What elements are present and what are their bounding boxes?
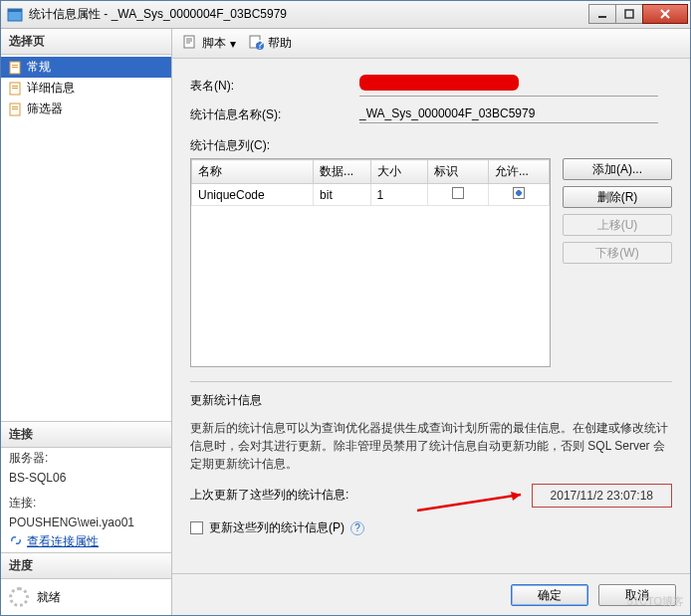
help-hint-icon[interactable]: ? <box>350 521 364 535</box>
svg-rect-3 <box>625 10 633 18</box>
view-connection-props[interactable]: 查看连接属性 <box>1 531 171 552</box>
window-title: 统计信息属性 - _WA_Sys_0000004F_03BC5979 <box>29 6 589 23</box>
add-button[interactable]: 添加(A)... <box>563 158 672 180</box>
svg-line-19 <box>417 495 521 511</box>
sidebar-item-label: 筛选器 <box>27 101 63 117</box>
col-dtype[interactable]: 数据... <box>314 160 370 184</box>
close-button[interactable] <box>642 4 688 24</box>
help-button[interactable]: ? 帮助 <box>248 34 292 53</box>
ok-button[interactable]: 确定 <box>511 584 588 606</box>
connection-header: 连接 <box>1 422 171 448</box>
sidebar-item-label: 常规 <box>27 59 51 76</box>
sidebar-item-general[interactable]: 常规 <box>1 57 171 78</box>
toolbar: 脚本 ▾ ? 帮助 <box>172 29 690 59</box>
server-label: 服务器: <box>1 448 171 469</box>
progress-status: 就绪 <box>37 589 61 606</box>
connection-value: POUSHENG\wei.yao01 <box>1 513 171 531</box>
grid-buttons: 添加(A)... 删除(R) 上移(U) 下移(W) <box>563 158 672 264</box>
svg-rect-13 <box>12 106 18 107</box>
table-row[interactable]: UniqueCode bit 1 <box>192 184 550 206</box>
columns-label: 统计信息列(C): <box>190 137 359 154</box>
nav-list: 常规 详细信息 筛选器 <box>1 55 171 121</box>
update-checkbox-label: 更新这些列的统计信息(P) <box>209 519 345 536</box>
svg-rect-14 <box>12 108 18 109</box>
svg-text:?: ? <box>257 38 264 50</box>
page-icon <box>7 81 23 97</box>
stat-name-field[interactable]: _WA_Sys_0000004F_03BC5979 <box>359 106 658 123</box>
help-label: 帮助 <box>268 35 292 52</box>
dialog-body: 选择页 常规 详细信息 筛选器 连接 服务器: BS-SQ <box>1 29 690 615</box>
page-icon <box>7 102 23 117</box>
maximize-button[interactable] <box>615 4 643 24</box>
svg-rect-15 <box>184 36 194 48</box>
sidebar-item-filter[interactable]: 筛选器 <box>1 99 171 119</box>
svg-rect-7 <box>12 65 18 66</box>
sidebar-item-details[interactable]: 详细信息 <box>1 78 171 99</box>
svg-rect-1 <box>8 9 22 12</box>
update-checkbox[interactable] <box>190 521 203 534</box>
script-button[interactable]: 脚本 ▾ <box>182 34 236 53</box>
divider <box>190 381 672 382</box>
up-button: 上移(U) <box>563 214 672 236</box>
app-icon <box>7 7 23 23</box>
select-page-header: 选择页 <box>1 29 171 55</box>
svg-rect-11 <box>12 88 18 89</box>
last-update-label: 上次更新了这些列的统计信息: <box>190 487 348 504</box>
page-icon <box>7 60 23 76</box>
svg-marker-20 <box>511 492 521 501</box>
stat-name-label: 统计信息名称(S): <box>190 106 359 123</box>
svg-rect-10 <box>12 86 18 87</box>
cell-flag-checkbox[interactable] <box>452 187 464 199</box>
cell-name: UniqueCode <box>192 184 314 206</box>
main-panel: 脚本 ▾ ? 帮助 表名(N): 统计信息名称(S): _WA_Sys_0000… <box>172 29 690 615</box>
col-name[interactable]: 名称 <box>192 160 314 184</box>
chevron-down-icon: ▾ <box>230 37 236 51</box>
script-icon <box>182 34 198 53</box>
col-flag[interactable]: 标识 <box>427 160 488 184</box>
col-size[interactable]: 大小 <box>370 160 427 184</box>
cell-size: 1 <box>370 184 427 206</box>
remove-button[interactable]: 删除(R) <box>563 186 672 208</box>
down-button: 下移(W) <box>563 242 672 264</box>
update-info-text: 更新后的统计信息可以为查询优化器提供生成查询计划所需的最佳信息。在创建或修改统计… <box>190 419 672 473</box>
connection-section: 连接 服务器: BS-SQL06 连接: POUSHENG\wei.yao01 … <box>1 421 171 552</box>
cell-dtype: bit <box>314 184 370 206</box>
sidebar-item-label: 详细信息 <box>27 80 75 97</box>
spinner-icon <box>9 587 29 607</box>
progress-section: 进度 就绪 <box>1 552 171 615</box>
svg-rect-8 <box>12 67 18 68</box>
table-name-label: 表名(N): <box>190 78 359 95</box>
content: 表名(N): 统计信息名称(S): _WA_Sys_0000004F_03BC5… <box>172 59 690 573</box>
chain-icon <box>9 533 23 550</box>
connection-label: 连接: <box>1 493 171 513</box>
update-section-title: 更新统计信息 <box>190 392 672 409</box>
watermark: 51CTO博客 <box>627 594 684 609</box>
progress-header: 进度 <box>1 553 171 579</box>
cell-allow-checkbox[interactable] <box>513 187 525 199</box>
annotation-arrow-icon <box>413 489 533 516</box>
columns-grid[interactable]: 名称 数据... 大小 标识 允许... UniqueCode bit <box>190 158 551 367</box>
link-text: 查看连接属性 <box>27 533 99 550</box>
script-label: 脚本 <box>202 35 226 52</box>
window-controls <box>589 4 688 26</box>
sidebar: 选择页 常规 详细信息 筛选器 连接 服务器: BS-SQ <box>1 29 172 615</box>
server-value: BS-SQL06 <box>1 469 171 487</box>
last-update-value: 2017/11/2 23:07:18 <box>532 484 672 508</box>
help-icon: ? <box>248 34 264 53</box>
minimize-button[interactable] <box>588 4 616 24</box>
titlebar[interactable]: 统计信息属性 - _WA_Sys_0000004F_03BC5979 <box>1 1 690 29</box>
table-name-field[interactable] <box>359 75 658 97</box>
col-allow[interactable]: 允许... <box>488 160 549 184</box>
dialog-window: 统计信息属性 - _WA_Sys_0000004F_03BC5979 选择页 常… <box>0 0 691 616</box>
dialog-footer: 确定 取消 <box>172 573 690 615</box>
redacted-value <box>359 75 519 91</box>
